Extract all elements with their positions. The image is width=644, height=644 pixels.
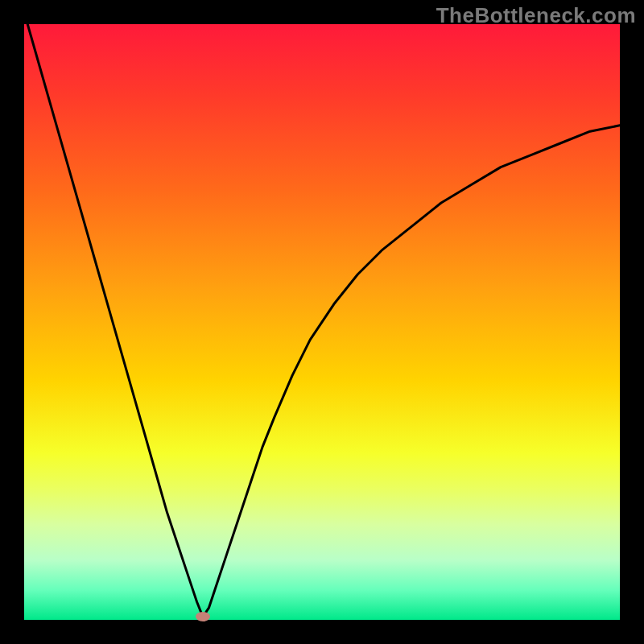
bottleneck-curve: [24, 24, 620, 620]
plot-area: [24, 24, 620, 620]
optimum-marker: [196, 612, 210, 621]
chart-frame: TheBottleneck.com: [0, 0, 644, 644]
